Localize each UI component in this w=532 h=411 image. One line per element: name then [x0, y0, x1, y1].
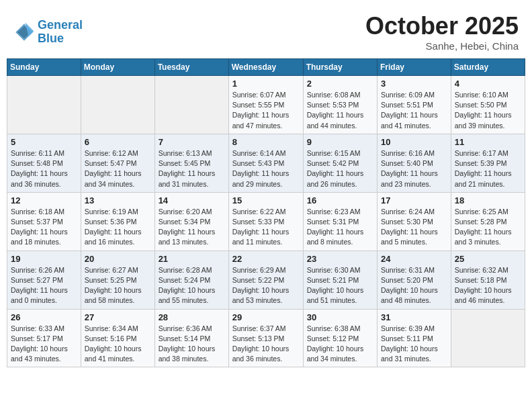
day-info: Sunrise: 6:29 AM Sunset: 5:22 PM Dayligh… — [232, 265, 300, 306]
calendar-cell: 31Sunrise: 6:39 AM Sunset: 5:11 PM Dayli… — [378, 309, 451, 367]
day-info: Sunrise: 6:33 AM Sunset: 5:17 PM Dayligh… — [11, 324, 77, 365]
calendar-cell: 25Sunrise: 6:32 AM Sunset: 5:18 PM Dayli… — [451, 250, 525, 309]
calendar-cell: 5Sunrise: 6:11 AM Sunset: 5:48 PM Daylig… — [7, 134, 81, 192]
day-info: Sunrise: 6:23 AM Sunset: 5:31 PM Dayligh… — [307, 207, 373, 248]
calendar-cell: 24Sunrise: 6:31 AM Sunset: 5:20 PM Dayli… — [378, 250, 451, 309]
day-number: 8 — [232, 137, 300, 147]
day-info: Sunrise: 6:18 AM Sunset: 5:37 PM Dayligh… — [11, 207, 77, 248]
calendar-cell: 29Sunrise: 6:37 AM Sunset: 5:13 PM Dayli… — [228, 309, 303, 367]
day-number: 6 — [85, 137, 151, 147]
weekday-header-row: SundayMondayTuesdayWednesdayThursdayFrid… — [7, 59, 525, 76]
day-number: 10 — [381, 137, 447, 147]
day-number: 20 — [85, 254, 151, 264]
day-info: Sunrise: 6:19 AM Sunset: 5:36 PM Dayligh… — [85, 207, 151, 248]
day-number: 4 — [455, 79, 521, 89]
calendar-week-row: 12Sunrise: 6:18 AM Sunset: 5:37 PM Dayli… — [7, 192, 525, 250]
day-info: Sunrise: 6:36 AM Sunset: 5:14 PM Dayligh… — [159, 324, 225, 365]
day-info: Sunrise: 6:09 AM Sunset: 5:51 PM Dayligh… — [381, 90, 447, 131]
title-block: October 2025 Sanhe, Hebei, China — [365, 12, 519, 52]
calendar-cell: 17Sunrise: 6:24 AM Sunset: 5:30 PM Dayli… — [378, 192, 451, 250]
calendar-cell: 4Sunrise: 6:10 AM Sunset: 5:50 PM Daylig… — [451, 76, 525, 134]
calendar-cell: 15Sunrise: 6:22 AM Sunset: 5:33 PM Dayli… — [228, 192, 303, 250]
calendar-week-row: 26Sunrise: 6:33 AM Sunset: 5:17 PM Dayli… — [7, 309, 525, 367]
weekday-header: Tuesday — [154, 59, 228, 76]
day-info: Sunrise: 6:38 AM Sunset: 5:12 PM Dayligh… — [307, 324, 373, 365]
calendar-week-row: 5Sunrise: 6:11 AM Sunset: 5:48 PM Daylig… — [7, 134, 525, 192]
calendar-cell: 14Sunrise: 6:20 AM Sunset: 5:34 PM Dayli… — [154, 192, 228, 250]
day-info: Sunrise: 6:14 AM Sunset: 5:43 PM Dayligh… — [232, 148, 300, 189]
day-number: 23 — [307, 254, 373, 264]
calendar-cell: 6Sunrise: 6:12 AM Sunset: 5:47 PM Daylig… — [81, 134, 154, 192]
weekday-header: Friday — [378, 59, 451, 76]
day-number: 1 — [232, 79, 300, 89]
day-info: Sunrise: 6:22 AM Sunset: 5:33 PM Dayligh… — [232, 207, 300, 248]
calendar-cell: 30Sunrise: 6:38 AM Sunset: 5:12 PM Dayli… — [303, 309, 377, 367]
calendar-cell: 11Sunrise: 6:17 AM Sunset: 5:39 PM Dayli… — [451, 134, 525, 192]
logo-icon — [13, 21, 35, 43]
weekday-header: Thursday — [303, 59, 377, 76]
calendar-cell: 13Sunrise: 6:19 AM Sunset: 5:36 PM Dayli… — [81, 192, 154, 250]
day-info: Sunrise: 6:25 AM Sunset: 5:28 PM Dayligh… — [455, 207, 521, 248]
day-number: 22 — [232, 254, 300, 264]
calendar-table: SundayMondayTuesdayWednesdayThursdayFrid… — [7, 58, 525, 367]
calendar-cell: 9Sunrise: 6:15 AM Sunset: 5:42 PM Daylig… — [303, 134, 377, 192]
calendar-cell: 10Sunrise: 6:16 AM Sunset: 5:40 PM Dayli… — [378, 134, 451, 192]
calendar-cell: 12Sunrise: 6:18 AM Sunset: 5:37 PM Dayli… — [7, 192, 81, 250]
calendar-cell — [81, 76, 154, 134]
day-info: Sunrise: 6:16 AM Sunset: 5:40 PM Dayligh… — [381, 148, 447, 189]
day-number: 12 — [11, 195, 77, 205]
day-number: 9 — [307, 137, 373, 147]
day-number: 25 — [455, 254, 521, 264]
day-number: 5 — [11, 137, 77, 147]
calendar-cell: 21Sunrise: 6:28 AM Sunset: 5:24 PM Dayli… — [154, 250, 228, 309]
day-number: 31 — [381, 312, 447, 322]
day-info: Sunrise: 6:07 AM Sunset: 5:55 PM Dayligh… — [232, 90, 300, 131]
calendar-cell: 1Sunrise: 6:07 AM Sunset: 5:55 PM Daylig… — [228, 76, 303, 134]
day-info: Sunrise: 6:31 AM Sunset: 5:20 PM Dayligh… — [381, 265, 447, 306]
day-info: Sunrise: 6:24 AM Sunset: 5:30 PM Dayligh… — [381, 207, 447, 248]
day-number: 3 — [381, 79, 447, 89]
day-number: 7 — [159, 137, 225, 147]
calendar-cell: 28Sunrise: 6:36 AM Sunset: 5:14 PM Dayli… — [154, 309, 228, 367]
day-number: 11 — [455, 137, 521, 147]
day-number: 28 — [159, 312, 225, 322]
day-info: Sunrise: 6:32 AM Sunset: 5:18 PM Dayligh… — [455, 265, 521, 306]
page-header: General Blue October 2025 Sanhe, Hebei, … — [7, 7, 525, 56]
calendar-cell — [7, 76, 81, 134]
calendar-cell: 19Sunrise: 6:26 AM Sunset: 5:27 PM Dayli… — [7, 250, 81, 309]
day-number: 26 — [11, 312, 77, 322]
calendar-cell: 3Sunrise: 6:09 AM Sunset: 5:51 PM Daylig… — [378, 76, 451, 134]
day-number: 24 — [381, 254, 447, 264]
day-number: 29 — [232, 312, 300, 322]
day-number: 30 — [307, 312, 373, 322]
calendar-week-row: 19Sunrise: 6:26 AM Sunset: 5:27 PM Dayli… — [7, 250, 525, 309]
day-number: 21 — [159, 254, 225, 264]
weekday-header: Monday — [81, 59, 154, 76]
day-number: 15 — [232, 195, 300, 205]
calendar-cell — [451, 309, 525, 367]
calendar-week-row: 1Sunrise: 6:07 AM Sunset: 5:55 PM Daylig… — [7, 76, 525, 134]
weekday-header: Saturday — [451, 59, 525, 76]
calendar-cell: 8Sunrise: 6:14 AM Sunset: 5:43 PM Daylig… — [228, 134, 303, 192]
day-info: Sunrise: 6:37 AM Sunset: 5:13 PM Dayligh… — [232, 324, 300, 365]
calendar-cell: 22Sunrise: 6:29 AM Sunset: 5:22 PM Dayli… — [228, 250, 303, 309]
calendar-cell: 2Sunrise: 6:08 AM Sunset: 5:53 PM Daylig… — [303, 76, 377, 134]
day-number: 2 — [307, 79, 373, 89]
day-info: Sunrise: 6:17 AM Sunset: 5:39 PM Dayligh… — [455, 148, 521, 189]
day-number: 14 — [159, 195, 225, 205]
logo: General Blue — [13, 19, 83, 46]
day-info: Sunrise: 6:12 AM Sunset: 5:47 PM Dayligh… — [85, 148, 151, 189]
day-info: Sunrise: 6:26 AM Sunset: 5:27 PM Dayligh… — [11, 265, 77, 306]
calendar-cell — [154, 76, 228, 134]
day-info: Sunrise: 6:34 AM Sunset: 5:16 PM Dayligh… — [85, 324, 151, 365]
day-info: Sunrise: 6:15 AM Sunset: 5:42 PM Dayligh… — [307, 148, 373, 189]
day-number: 18 — [455, 195, 521, 205]
calendar-cell: 18Sunrise: 6:25 AM Sunset: 5:28 PM Dayli… — [451, 192, 525, 250]
day-number: 17 — [381, 195, 447, 205]
calendar-cell: 20Sunrise: 6:27 AM Sunset: 5:25 PM Dayli… — [81, 250, 154, 309]
day-info: Sunrise: 6:27 AM Sunset: 5:25 PM Dayligh… — [85, 265, 151, 306]
calendar-cell: 16Sunrise: 6:23 AM Sunset: 5:31 PM Dayli… — [303, 192, 377, 250]
day-info: Sunrise: 6:08 AM Sunset: 5:53 PM Dayligh… — [307, 90, 373, 131]
day-info: Sunrise: 6:13 AM Sunset: 5:45 PM Dayligh… — [159, 148, 225, 189]
location-title: Sanhe, Hebei, China — [365, 40, 519, 52]
